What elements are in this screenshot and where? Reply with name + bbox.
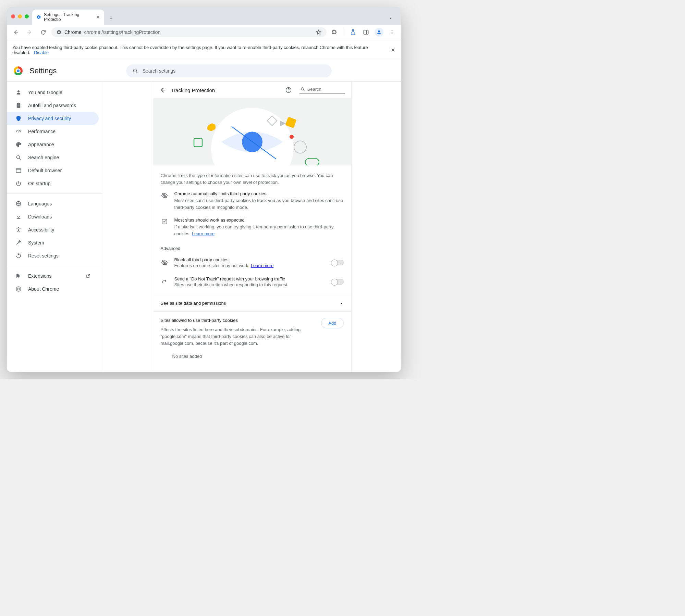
- svg-point-14: [18, 227, 19, 228]
- sidebar-item-reset[interactable]: Reset settings: [7, 249, 99, 262]
- settings-body: You and Google Autofill and passwords Pr…: [7, 82, 401, 372]
- sidebar-item-appearance[interactable]: Appearance: [7, 138, 99, 151]
- dismiss-notice-button[interactable]: [391, 48, 395, 52]
- download-icon: [15, 214, 22, 220]
- page-search-input[interactable]: [299, 87, 345, 93]
- sidebar-item-you-and-google[interactable]: You and Google: [7, 86, 99, 99]
- sidebar-item-extensions[interactable]: Extensions: [7, 269, 99, 282]
- sidebar-item-search-engine[interactable]: Search engine: [7, 151, 99, 164]
- sidebar-item-label: Downloads: [28, 214, 52, 219]
- svg-point-6: [392, 33, 392, 34]
- browser-tab[interactable]: Settings - Tracking Protectio: [32, 10, 104, 25]
- close-window-button[interactable]: [11, 14, 15, 18]
- sidebar-item-label: Privacy and security: [28, 116, 71, 121]
- sidebar-item-label: Default browser: [28, 168, 62, 173]
- site-info-icon[interactable]: [56, 29, 62, 35]
- main-content: Tracking Protection: [103, 82, 401, 372]
- sidebar-item-label: Languages: [28, 201, 52, 206]
- power-icon: [15, 180, 22, 187]
- sidebar-item-default-browser[interactable]: Default browser: [7, 164, 99, 177]
- search-container: Search settings: [64, 64, 394, 77]
- side-panel-icon[interactable]: [360, 27, 371, 38]
- palette-icon: [15, 141, 22, 148]
- back-button[interactable]: [10, 27, 21, 38]
- search-icon: [15, 154, 22, 161]
- wrench-icon: [15, 240, 22, 246]
- gear-icon: [36, 15, 41, 20]
- allowed-sites-section: Sites allowed to use third-party cookies…: [153, 312, 351, 372]
- block-cookies-toggle[interactable]: [331, 260, 344, 265]
- back-arrow-button[interactable]: [159, 87, 166, 93]
- person-icon: [15, 89, 22, 96]
- svg-rect-26: [285, 117, 296, 128]
- card-header: Tracking Protection: [153, 82, 351, 98]
- svg-line-19: [303, 90, 304, 91]
- learn-more-link[interactable]: Learn more: [192, 231, 215, 236]
- close-tab-icon[interactable]: [96, 15, 100, 19]
- toggle-body: Sites use their discretion when respondi…: [174, 282, 325, 287]
- sidebar-item-on-startup[interactable]: On startup: [7, 177, 99, 190]
- sidebar-item-autofill[interactable]: Autofill and passwords: [7, 99, 99, 112]
- see-all-site-data-row[interactable]: See all site data and permissions: [153, 295, 351, 312]
- omnibox-host: Chrome: [64, 29, 82, 35]
- tab-overflow-button[interactable]: [386, 14, 395, 23]
- window-controls: [11, 14, 29, 20]
- toolbar-actions: [329, 27, 397, 38]
- sidebar-item-label: Appearance: [28, 142, 54, 147]
- page-title: Tracking Protection: [171, 87, 280, 93]
- maximize-window-button[interactable]: [25, 14, 29, 18]
- svg-point-18: [301, 88, 304, 90]
- page-search-field[interactable]: [307, 87, 345, 92]
- sidebar-item-label: Search engine: [28, 155, 59, 160]
- sidebar-item-privacy[interactable]: Privacy and security: [7, 112, 99, 125]
- tab-title: Settings - Tracking Protectio: [44, 12, 92, 22]
- shield-icon: [15, 115, 22, 122]
- reload-button[interactable]: [38, 27, 49, 38]
- browser-window: Settings - Tracking Protectio: [7, 7, 401, 372]
- info-title: Most sites should work as expected: [174, 217, 344, 223]
- sidebar-item-label: About Chrome: [28, 286, 59, 292]
- disable-link[interactable]: Disable: [34, 50, 49, 55]
- checkbox-icon: [161, 217, 168, 237]
- svg-line-10: [19, 158, 21, 160]
- learn-more-link[interactable]: Learn more: [251, 263, 273, 268]
- chrome-icon: [15, 286, 22, 292]
- divider: [7, 193, 103, 194]
- sidebar-item-languages[interactable]: Languages: [7, 197, 99, 210]
- svg-rect-2: [364, 30, 368, 34]
- sidebar-item-about[interactable]: About Chrome: [7, 282, 99, 296]
- sidebar-item-accessibility[interactable]: Accessibility: [7, 223, 99, 236]
- external-link-icon: [86, 274, 90, 278]
- forward-button[interactable]: [24, 27, 35, 38]
- speedometer-icon: [15, 128, 22, 135]
- sidebar-item-label: System: [28, 240, 44, 246]
- sidebar-item-label: Performance: [28, 129, 56, 134]
- svg-point-28: [294, 141, 306, 153]
- sidebar-item-performance[interactable]: Performance: [7, 125, 99, 138]
- add-site-button[interactable]: Add: [321, 318, 343, 328]
- eye-off-icon: [161, 191, 168, 211]
- eye-off-icon: [161, 259, 168, 266]
- extensions-icon[interactable]: [329, 27, 340, 38]
- svg-point-9: [16, 155, 20, 159]
- settings-header: Settings Search settings: [7, 60, 401, 82]
- svg-point-7: [133, 69, 136, 72]
- address-bar[interactable]: Chrome chrome://settings/trackingProtect…: [51, 27, 327, 37]
- bookmark-icon[interactable]: [316, 29, 322, 35]
- sidebar-item-downloads[interactable]: Downloads: [7, 210, 99, 223]
- svg-point-15: [16, 287, 21, 291]
- search-settings-input[interactable]: Search settings: [126, 64, 332, 77]
- search-icon: [132, 68, 138, 74]
- dnt-toggle[interactable]: [331, 279, 344, 285]
- menu-button[interactable]: [387, 27, 397, 38]
- info-body: Most sites can't use third-party cookies…: [174, 197, 344, 211]
- new-tab-button[interactable]: [106, 14, 116, 23]
- profile-button[interactable]: [374, 27, 384, 38]
- minimize-window-button[interactable]: [18, 14, 22, 18]
- help-icon[interactable]: [285, 87, 292, 93]
- labs-icon[interactable]: [347, 27, 358, 38]
- tab-strip: Settings - Tracking Protectio: [32, 10, 397, 25]
- sidebar-item-system[interactable]: System: [7, 236, 99, 249]
- window-icon: [15, 167, 22, 174]
- allowed-title: Sites allowed to use third-party cookies: [161, 318, 317, 323]
